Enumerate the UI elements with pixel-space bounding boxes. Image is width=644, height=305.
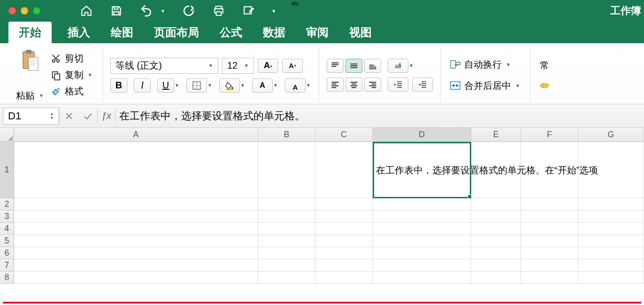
select-all-corner[interactable]: [0, 128, 14, 142]
row-header[interactable]: 4: [0, 223, 14, 235]
column-header[interactable]: F: [521, 128, 578, 142]
cell[interactable]: [373, 235, 471, 247]
tab-data[interactable]: 数据: [253, 22, 296, 43]
cell[interactable]: [14, 247, 258, 259]
cell[interactable]: [578, 235, 644, 247]
underline-dropdown[interactable]: ▼: [174, 83, 180, 88]
customize-qat-dropdown[interactable]: ▾: [272, 8, 276, 15]
cell[interactable]: [578, 198, 644, 211]
column-header[interactable]: A: [14, 128, 258, 142]
tab-review[interactable]: 审阅: [296, 22, 339, 43]
cell[interactable]: [471, 259, 521, 272]
orientation-button[interactable]: ab: [388, 59, 408, 73]
cell[interactable]: [521, 247, 578, 259]
tab-home[interactable]: 开始: [8, 22, 52, 43]
cell[interactable]: [578, 223, 644, 235]
align-top-button[interactable]: [327, 59, 344, 73]
align-middle-button[interactable]: [345, 59, 362, 73]
font-name-select[interactable]: 等线 (正文)▼: [110, 58, 218, 74]
cell[interactable]: [521, 235, 578, 247]
fill-color-button[interactable]: [219, 78, 240, 93]
font-color-dropdown[interactable]: ▼: [273, 83, 278, 88]
font-size-select[interactable]: 12▼: [222, 58, 254, 74]
cell[interactable]: [258, 235, 315, 247]
cell[interactable]: [258, 259, 315, 272]
cell[interactable]: [373, 247, 471, 259]
phonetic-button[interactable]: abcA: [285, 78, 306, 93]
cell[interactable]: [373, 259, 471, 272]
cell[interactable]: [14, 235, 258, 247]
cell[interactable]: [373, 223, 471, 235]
tab-formulas[interactable]: 公式: [209, 22, 253, 43]
cell[interactable]: [315, 259, 373, 272]
align-bottom-button[interactable]: [364, 59, 381, 73]
orientation-dropdown[interactable]: ▼: [408, 63, 414, 68]
undo-dropdown-icon[interactable]: ▼: [161, 8, 165, 14]
home-icon[interactable]: [80, 4, 93, 17]
row-header[interactable]: 2: [0, 198, 14, 211]
format-painter-button[interactable]: 格式: [49, 84, 95, 99]
font-color-button[interactable]: A: [252, 78, 273, 93]
cell[interactable]: [578, 259, 644, 272]
column-header[interactable]: D: [373, 128, 471, 142]
tab-page-layout[interactable]: 页面布局: [144, 22, 209, 43]
tab-view[interactable]: 视图: [339, 22, 382, 43]
currency-button[interactable]: [538, 79, 552, 92]
bold-button[interactable]: B: [110, 78, 127, 93]
cell[interactable]: [471, 223, 521, 235]
confirm-icon[interactable]: [78, 111, 97, 121]
cell[interactable]: [471, 198, 521, 211]
column-header[interactable]: C: [315, 128, 373, 142]
align-center-button[interactable]: [345, 78, 362, 92]
wrap-text-button[interactable]: 自动换行▼: [448, 57, 522, 72]
cut-button[interactable]: 剪切: [49, 51, 95, 66]
undo-icon[interactable]: [140, 4, 153, 17]
cell[interactable]: [373, 272, 471, 284]
cell[interactable]: [521, 272, 578, 284]
row-header[interactable]: 1: [0, 142, 14, 198]
borders-button[interactable]: [186, 78, 207, 93]
cell[interactable]: [14, 223, 258, 235]
column-header[interactable]: G: [578, 128, 644, 142]
minimize-window-button[interactable]: [21, 7, 28, 15]
row-header[interactable]: 5: [0, 235, 14, 247]
cell[interactable]: [14, 272, 258, 284]
cell[interactable]: [315, 223, 373, 235]
maximize-window-button[interactable]: [33, 7, 40, 15]
cell[interactable]: [258, 211, 315, 223]
save-icon[interactable]: [110, 4, 123, 17]
cell[interactable]: [258, 142, 315, 198]
cell-selected[interactable]: 在工作表中，选择要设置格式的单元格。在“开始”选项: [373, 142, 471, 198]
row-header[interactable]: 7: [0, 259, 14, 272]
cell[interactable]: [471, 272, 521, 284]
cell[interactable]: [315, 272, 373, 284]
cell[interactable]: [14, 198, 258, 211]
increase-indent-button[interactable]: [412, 78, 433, 92]
cell[interactable]: [373, 211, 471, 223]
merge-center-button[interactable]: 合并后居中▼: [448, 78, 522, 93]
cell[interactable]: [315, 235, 373, 247]
row-header[interactable]: 8: [0, 272, 14, 284]
close-window-button[interactable]: [8, 7, 16, 15]
cell[interactable]: [578, 272, 644, 284]
fx-label[interactable]: ƒx: [98, 110, 115, 121]
cell[interactable]: [521, 259, 578, 272]
cell[interactable]: [258, 272, 315, 284]
copy-button[interactable]: 复制▼: [49, 68, 95, 82]
align-left-button[interactable]: [327, 78, 344, 92]
cell[interactable]: [258, 247, 315, 259]
number-format-select[interactable]: 常: [538, 58, 552, 73]
cell[interactable]: [315, 142, 373, 198]
italic-button[interactable]: I: [134, 78, 151, 93]
cell[interactable]: [521, 211, 578, 223]
cell[interactable]: [521, 223, 578, 235]
cell[interactable]: [578, 247, 644, 259]
column-header[interactable]: B: [258, 128, 315, 142]
cell[interactable]: [471, 235, 521, 247]
print-icon[interactable]: [212, 4, 225, 17]
row-header[interactable]: 3: [0, 211, 14, 223]
paste-button[interactable]: [19, 48, 41, 74]
cell[interactable]: [315, 211, 373, 223]
edit-icon[interactable]: [242, 4, 255, 17]
row-header[interactable]: 6: [0, 247, 14, 259]
